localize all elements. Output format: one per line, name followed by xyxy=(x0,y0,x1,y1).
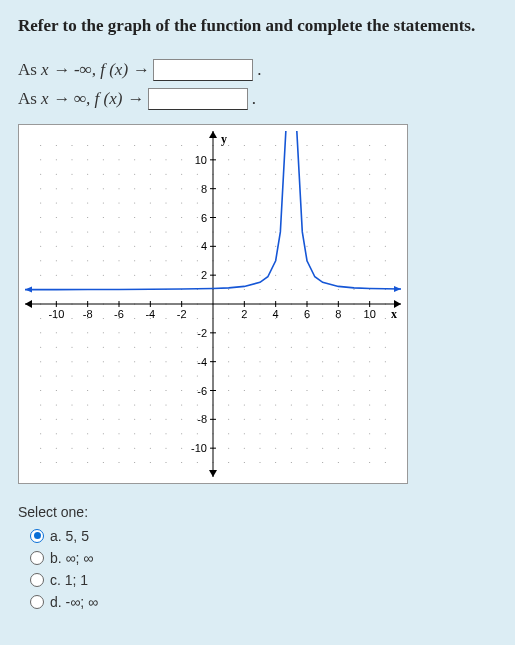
svg-point-367 xyxy=(275,145,276,146)
svg-point-240 xyxy=(197,318,198,319)
option-c[interactable]: c. 1; 1 xyxy=(30,572,497,588)
svg-point-415 xyxy=(322,447,323,448)
svg-point-348 xyxy=(275,419,276,420)
svg-point-522 xyxy=(385,231,386,232)
svg-point-53 xyxy=(72,361,73,362)
svg-point-435 xyxy=(322,159,323,160)
answer-blank-1[interactable] xyxy=(153,59,253,81)
svg-point-391 xyxy=(307,462,308,463)
svg-point-62 xyxy=(72,231,73,232)
svg-point-461 xyxy=(354,447,355,448)
svg-point-334 xyxy=(260,289,261,290)
svg-text:-2: -2 xyxy=(177,308,187,320)
svg-point-335 xyxy=(260,274,261,275)
radio-d[interactable] xyxy=(30,595,44,609)
svg-point-523 xyxy=(385,217,386,218)
svg-point-424 xyxy=(322,318,323,319)
svg-point-5 xyxy=(40,390,41,391)
svg-point-100 xyxy=(103,347,104,348)
svg-point-144 xyxy=(134,375,135,376)
svg-point-175 xyxy=(150,260,151,261)
svg-point-492 xyxy=(369,332,370,333)
svg-point-230 xyxy=(197,462,198,463)
answer-blank-2[interactable] xyxy=(148,88,248,110)
svg-point-201 xyxy=(166,217,167,218)
svg-point-128 xyxy=(119,274,120,275)
svg-point-4 xyxy=(40,404,41,405)
option-b-label: b. ∞; ∞ xyxy=(50,550,93,566)
svg-point-390 xyxy=(291,145,292,146)
svg-point-94 xyxy=(103,433,104,434)
radio-b[interactable] xyxy=(30,551,44,565)
svg-point-304 xyxy=(244,390,245,391)
svg-point-481 xyxy=(354,159,355,160)
svg-point-298 xyxy=(228,145,229,146)
svg-point-102 xyxy=(103,318,104,319)
svg-point-224 xyxy=(181,217,182,218)
svg-point-452 xyxy=(338,246,339,247)
svg-text:6: 6 xyxy=(304,308,310,320)
svg-point-502 xyxy=(369,188,370,189)
option-b[interactable]: b. ∞; ∞ xyxy=(30,550,497,566)
radio-c[interactable] xyxy=(30,573,44,587)
svg-point-308 xyxy=(244,332,245,333)
svg-point-48 xyxy=(72,433,73,434)
svg-point-319 xyxy=(244,174,245,175)
svg-point-441 xyxy=(338,404,339,405)
svg-point-43 xyxy=(56,174,57,175)
svg-point-346 xyxy=(275,447,276,448)
svg-point-418 xyxy=(322,404,323,405)
svg-point-23 xyxy=(56,462,57,463)
svg-point-83 xyxy=(87,260,88,261)
svg-point-403 xyxy=(307,289,308,290)
svg-point-307 xyxy=(244,347,245,348)
svg-point-377 xyxy=(291,332,292,333)
radio-a[interactable] xyxy=(30,529,44,543)
svg-point-291 xyxy=(228,246,229,247)
svg-point-378 xyxy=(291,318,292,319)
svg-point-250 xyxy=(197,174,198,175)
svg-point-446 xyxy=(338,332,339,333)
svg-point-430 xyxy=(322,231,323,232)
svg-point-322 xyxy=(260,462,261,463)
svg-point-66 xyxy=(72,174,73,175)
svg-point-514 xyxy=(385,347,386,348)
svg-point-170 xyxy=(150,332,151,333)
svg-point-121 xyxy=(119,375,120,376)
svg-point-101 xyxy=(103,332,104,333)
svg-point-110 xyxy=(103,202,104,203)
svg-point-7 xyxy=(40,361,41,362)
option-a[interactable]: a. 5, 5 xyxy=(30,528,497,544)
option-d[interactable]: d. -∞; ∞ xyxy=(30,594,497,610)
svg-point-84 xyxy=(87,246,88,247)
svg-point-439 xyxy=(338,433,339,434)
svg-point-132 xyxy=(119,217,120,218)
svg-point-229 xyxy=(181,145,182,146)
svg-point-25 xyxy=(56,433,57,434)
svg-point-27 xyxy=(56,404,57,405)
svg-point-19 xyxy=(40,188,41,189)
svg-point-511 xyxy=(385,390,386,391)
svg-point-190 xyxy=(166,375,167,376)
svg-point-504 xyxy=(369,159,370,160)
svg-point-107 xyxy=(103,246,104,247)
svg-point-114 xyxy=(103,145,104,146)
svg-point-116 xyxy=(119,447,120,448)
svg-point-454 xyxy=(338,217,339,218)
svg-point-404 xyxy=(307,274,308,275)
svg-marker-533 xyxy=(209,131,217,138)
svg-point-40 xyxy=(56,217,57,218)
svg-point-444 xyxy=(338,361,339,362)
svg-point-70 xyxy=(87,447,88,448)
svg-point-414 xyxy=(322,462,323,463)
svg-point-120 xyxy=(119,390,120,391)
svg-point-49 xyxy=(72,419,73,420)
svg-point-408 xyxy=(307,217,308,218)
svg-point-474 xyxy=(354,260,355,261)
svg-point-496 xyxy=(369,274,370,275)
svg-point-228 xyxy=(181,159,182,160)
svg-point-487 xyxy=(369,404,370,405)
svg-point-354 xyxy=(275,332,276,333)
svg-text:2: 2 xyxy=(201,269,207,281)
svg-point-347 xyxy=(275,433,276,434)
